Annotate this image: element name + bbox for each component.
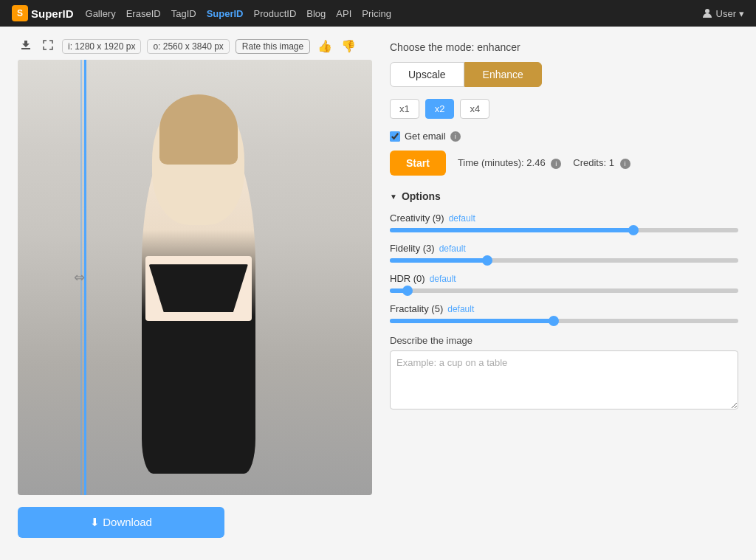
options-section: ▼ Options Creativity (9) default Fidelit… <box>390 190 738 323</box>
hdr-default-link[interactable]: default <box>430 274 456 284</box>
navbar: S SuperID Gallery EraseID TagID SuperID … <box>0 0 756 27</box>
get-email-checkbox[interactable] <box>390 131 400 142</box>
scale-x1[interactable]: x1 <box>390 99 419 119</box>
fractality-label: Fractality (5) <box>390 303 443 314</box>
download-icon <box>21 40 31 50</box>
mode-tabs: Upscale Enhance <box>390 62 738 87</box>
scale-x2[interactable]: x2 <box>425 99 455 119</box>
nav-links: Gallery EraseID TagID SuperID ProductID … <box>86 8 392 19</box>
user-icon <box>701 7 713 19</box>
nav-pricing[interactable]: Pricing <box>362 8 391 19</box>
fractality-slider-group: Fractality (5) default <box>390 303 738 323</box>
nav-api[interactable]: API <box>336 8 351 19</box>
fidelity-slider-group: Fidelity (3) default <box>390 243 738 263</box>
nav-blog[interactable]: Blog <box>306 8 326 19</box>
user-dropdown-icon: ▾ <box>739 8 744 19</box>
logo[interactable]: S SuperID <box>12 5 74 21</box>
describe-textarea[interactable] <box>390 350 738 409</box>
nav-superid[interactable]: SuperID <box>207 8 244 19</box>
creativity-label: Creativity (9) <box>390 212 444 224</box>
hdr-label: HDR (0) <box>390 273 425 284</box>
describe-section: Describe the image <box>390 335 738 412</box>
output-size-badge: o: 2560 x 3840 px <box>147 39 229 54</box>
fidelity-label-row: Fidelity (3) default <box>390 243 738 254</box>
creativity-default-link[interactable]: default <box>449 213 475 224</box>
get-email-row: Get email i <box>390 131 738 142</box>
expand-icon-btn[interactable] <box>40 38 56 54</box>
nav-gallery[interactable]: Gallery <box>86 8 116 19</box>
creativity-label-row: Creativity (9) default <box>390 212 738 224</box>
mode-label: Choose the mode: enhancer <box>390 41 738 53</box>
credits-label: Credits: 1 i <box>573 157 630 169</box>
image-toolbar: i: 1280 x 1920 px o: 2560 x 3840 px Rate… <box>18 38 372 54</box>
fidelity-thumb[interactable] <box>482 255 492 266</box>
input-size-badge: i: 1280 x 1920 px <box>62 39 141 54</box>
person-hair <box>159 94 238 164</box>
options-title: Options <box>402 190 441 202</box>
describe-label: Describe the image <box>390 335 738 346</box>
main-container: i: 1280 x 1920 px o: 2560 x 3840 px Rate… <box>0 27 756 550</box>
svg-point-0 <box>705 9 709 13</box>
fidelity-fill <box>390 258 487 263</box>
fractality-thumb[interactable] <box>549 316 559 326</box>
time-info-icon[interactable]: i <box>551 159 561 169</box>
right-panel: Choose the mode: enhancer Upscale Enhanc… <box>390 38 738 538</box>
scale-options: x1 x2 x4 <box>390 99 738 119</box>
hdr-label-row: HDR (0) default <box>390 273 738 284</box>
nav-eraseid[interactable]: EraseID <box>126 8 161 19</box>
logo-text: SuperID <box>31 7 74 20</box>
svg-rect-1 <box>21 48 30 49</box>
start-button[interactable]: Start <box>390 151 446 176</box>
fractality-fill <box>390 319 554 323</box>
download-button[interactable]: ⬇ Download <box>18 507 224 538</box>
person-bra <box>149 264 248 312</box>
time-label: Time (minutes): 2.46 i <box>458 157 561 169</box>
tab-enhance[interactable]: Enhance <box>464 62 542 87</box>
hdr-slider[interactable] <box>390 288 738 293</box>
hdr-slider-group: HDR (0) default <box>390 273 738 293</box>
scale-x4[interactable]: x4 <box>460 99 489 119</box>
fidelity-label: Fidelity (3) <box>390 243 435 254</box>
move-icon: ⇔ <box>74 269 85 286</box>
get-email-label: Get email <box>405 131 446 142</box>
creativity-thumb[interactable] <box>628 225 639 235</box>
fidelity-slider[interactable] <box>390 258 738 263</box>
nav-productid[interactable]: ProductID <box>253 8 296 19</box>
image-preview: ⇔ <box>18 60 372 495</box>
user-menu[interactable]: User ▾ <box>701 7 744 19</box>
fractality-default-link[interactable]: default <box>447 304 474 314</box>
hdr-thumb[interactable] <box>402 286 413 296</box>
creativity-fill <box>390 228 633 232</box>
rate-image-button[interactable]: Rate this image <box>236 39 310 54</box>
get-email-info-icon[interactable]: i <box>450 131 461 142</box>
credits-info-icon[interactable]: i <box>620 159 630 169</box>
download-icon-btn[interactable] <box>18 38 34 54</box>
fractality-slider[interactable] <box>390 319 738 323</box>
expand-icon <box>43 40 53 50</box>
action-row: Start Time (minutes): 2.46 i Credits: 1 … <box>390 151 738 176</box>
options-chevron-icon: ▼ <box>390 193 397 201</box>
fractality-label-row: Fractality (5) default <box>390 303 738 314</box>
fidelity-default-link[interactable]: default <box>439 243 466 254</box>
creativity-slider[interactable] <box>390 228 738 232</box>
tab-upscale[interactable]: Upscale <box>390 62 464 87</box>
nav-tagid[interactable]: TagID <box>171 8 196 19</box>
left-panel: i: 1280 x 1920 px o: 2560 x 3840 px Rate… <box>18 38 372 538</box>
logo-icon: S <box>12 5 28 21</box>
thumbs-down-button[interactable]: 👎 <box>340 39 357 53</box>
creativity-slider-group: Creativity (9) default <box>390 212 738 232</box>
image-placeholder: ⇔ <box>18 60 372 495</box>
options-header[interactable]: ▼ Options <box>390 190 738 202</box>
user-label: User <box>716 8 736 19</box>
thumbs-up-button[interactable]: 👍 <box>316 39 334 53</box>
